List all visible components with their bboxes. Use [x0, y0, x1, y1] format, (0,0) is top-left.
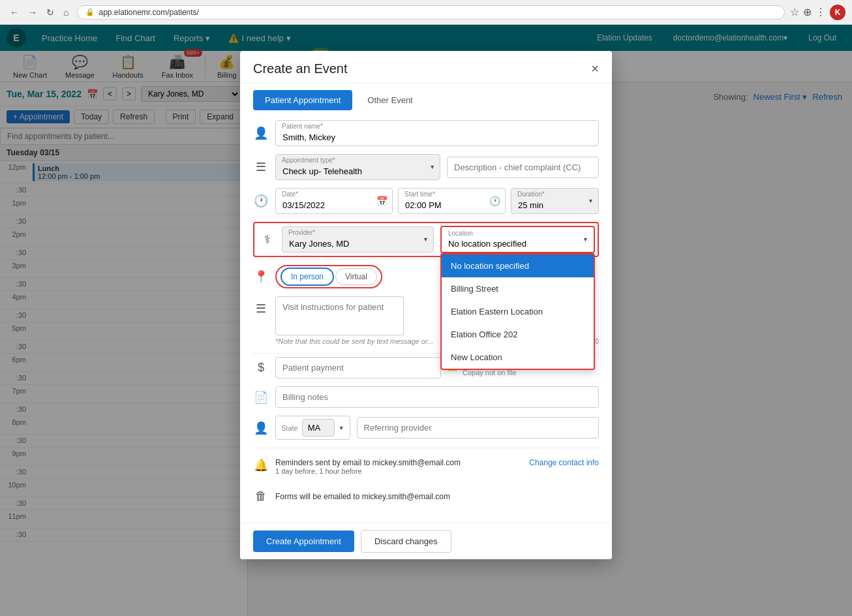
dollar-icon: $	[253, 361, 269, 375]
modal-title: Create an Event	[253, 61, 348, 76]
forms-icon: 🗑	[253, 489, 269, 503]
browser-nav[interactable]: ← → ↻ ⌂	[7, 6, 72, 19]
create-event-modal: Create an Event × Patient Appointment Ot…	[240, 51, 612, 559]
modal-tabs: Patient Appointment Other Event	[240, 84, 612, 110]
browser-actions: ☆ ⊕ ⋮ K	[790, 5, 845, 20]
provider-field-wrapper: Provider* Kary Jones, MD ▼	[282, 226, 434, 253]
lock-icon: 🔒	[85, 8, 95, 16]
patient-name-field: Patient name*	[275, 120, 599, 146]
change-contact-link[interactable]: Change contact info	[529, 458, 599, 467]
patient-name-label: Patient name*	[282, 123, 323, 130]
datetime-fields: Date* 📅 Start time* 🕐 Duration* 25 min	[275, 188, 599, 214]
state-chevron-icon: ▼	[339, 425, 344, 431]
referring-icon: 👤	[253, 421, 269, 435]
notes-icon: ☰	[253, 301, 269, 316]
duration-label: Duration*	[517, 191, 545, 198]
in-person-toggle[interactable]: In person	[281, 268, 334, 286]
appointment-type-label: Appointment type*	[282, 157, 335, 164]
appointment-type-row: ☰ Appointment type* Check up- Telehealth…	[253, 154, 599, 180]
billing-notes-icon: 📄	[253, 390, 269, 405]
forms-row: 🗑 Forms will be emailed to mickey.smith@…	[253, 489, 599, 503]
forward-button[interactable]: →	[25, 6, 40, 19]
state-row: 👤 State MA ▼	[253, 416, 599, 440]
location-option-billing-street[interactable]: Billing Street	[442, 277, 594, 300]
datetime-row: 🕐 Date* 📅 Start time* 🕐 Duration*	[253, 188, 599, 214]
reminder-text: Reminders sent by email to mickey.smith@…	[275, 458, 523, 475]
patient-name-row: 👤 Patient name*	[253, 120, 599, 146]
browser-chrome: ← → ↻ ⌂ 🔒 app.elationemr.com/patients/ ☆…	[0, 0, 852, 25]
reload-button[interactable]: ↻	[43, 6, 57, 19]
location-option-elation-eastern[interactable]: Elation Eastern Location	[442, 300, 594, 323]
date-field: Date* 📅	[275, 188, 393, 214]
location-dropdown-wrapper: Location No location specified ▼ No loca…	[440, 226, 595, 253]
location-label: Location	[448, 230, 473, 237]
reminder-row: 🔔 Reminders sent by email to mickey.smit…	[253, 452, 599, 482]
create-appointment-button[interactable]: Create Appointment	[253, 531, 354, 552]
start-time-label: Start time*	[404, 191, 435, 198]
tab-other-event[interactable]: Other Event	[356, 90, 424, 110]
discard-changes-button[interactable]: Discard changes	[361, 530, 451, 553]
tab-patient-appointment[interactable]: Patient Appointment	[253, 90, 352, 110]
state-select[interactable]: MA	[302, 419, 335, 437]
address-bar[interactable]: 🔒 app.elationemr.com/patients/	[77, 5, 785, 20]
bookmark-button[interactable]: ☆	[790, 6, 799, 18]
location-option-new-location[interactable]: New Location	[442, 346, 594, 369]
billing-notes-input[interactable]	[275, 386, 599, 408]
back-button[interactable]: ←	[7, 6, 22, 19]
reminder-main: Reminders sent by email to mickey.smith@…	[275, 458, 523, 467]
divider2	[253, 448, 599, 448]
extension-button[interactable]: ⊕	[803, 6, 812, 18]
visit-instructions-input[interactable]	[275, 296, 404, 335]
referring-provider-input[interactable]	[357, 417, 599, 439]
state-label: State	[281, 424, 298, 432]
location-pin-icon: 📍	[253, 270, 269, 284]
provider-location-row: ⚕ Provider* Kary Jones, MD ▼ Location No…	[253, 222, 599, 257]
appointment-type-field: Appointment type* Check up- Telehealth	[275, 154, 440, 180]
url-text: app.elationemr.com/patients/	[99, 8, 198, 17]
modal-header: Create an Event ×	[240, 51, 612, 84]
patient-name-input[interactable]	[275, 120, 599, 146]
billing-notes-row: 📄	[253, 386, 599, 408]
location-option-elation-office[interactable]: Elation Office 202	[442, 323, 594, 346]
clock-icon: 🕐	[253, 194, 269, 208]
visit-type-toggle: In person Virtual	[275, 265, 382, 288]
description-input[interactable]	[447, 157, 599, 178]
menu-button[interactable]: ⋮	[815, 6, 826, 18]
location-option-no-location[interactable]: No location specified	[442, 254, 594, 277]
start-time-field: Start time* 🕐	[398, 188, 506, 214]
date-label: Date*	[282, 191, 298, 198]
list-icon: ☰	[253, 160, 269, 174]
home-button[interactable]: ⌂	[60, 6, 72, 19]
modal-body: 👤 Patient name* ☰ Appointment type* Chec…	[240, 110, 612, 523]
duration-field: Duration* 25 min ▼	[511, 188, 599, 214]
provider-label: Provider*	[288, 229, 315, 236]
patient-payment-input[interactable]	[275, 357, 441, 378]
modal-footer: Create Appointment Discard changes	[240, 523, 612, 559]
virtual-toggle[interactable]: Virtual	[335, 268, 377, 285]
reminder-sub: 1 day before, 1 hour before	[275, 467, 523, 475]
visit-instructions-note: *Note that this could be sent by text me…	[275, 337, 433, 345]
forms-text: Forms will be emailed to mickey.smith@em…	[275, 492, 450, 501]
modal-overlay: Create an Event × Patient Appointment Ot…	[0, 25, 852, 616]
person-icon: 👤	[253, 126, 269, 140]
location-dropdown-menu: No location specified Billing Street Ela…	[440, 253, 595, 370]
provider-icon: ⚕	[260, 232, 275, 247]
bell-icon: 🔔	[253, 458, 269, 472]
modal-close-button[interactable]: ×	[591, 61, 599, 76]
user-avatar[interactable]: K	[830, 5, 845, 20]
